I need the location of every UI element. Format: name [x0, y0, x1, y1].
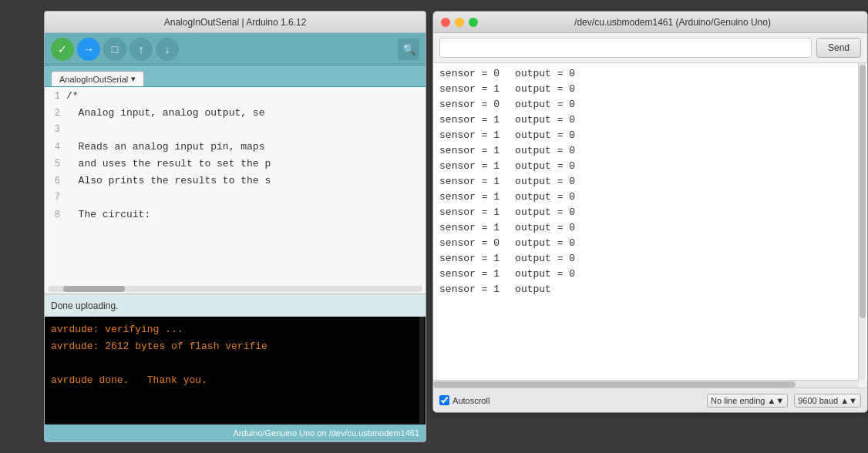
new-button[interactable]: □: [103, 38, 126, 61]
serial-titlebar: /dev/cu.usbmodem1461 (Arduino/Genuino Un…: [433, 12, 867, 33]
baud-rate-chevron-icon: ▲▼: [840, 396, 857, 405]
serial-row: sensor = 0output = 0: [439, 97, 861, 112]
traffic-lights: [441, 18, 478, 27]
serial-monitor-title: /dev/cu.usbmodem1461 (Arduino/Genuino Un…: [486, 17, 860, 28]
serial-row: sensor = 1output = 0: [439, 190, 861, 205]
console-line-3: [51, 355, 419, 372]
console-line-4: avrdude done. Thank you.: [51, 372, 419, 389]
ide-tab-bar: AnalogInOutSerial ▾: [45, 65, 426, 87]
verify-button[interactable]: ✓: [51, 38, 74, 61]
tab-dropdown-icon: ▾: [131, 74, 136, 84]
serial-row: sensor = 1output: [439, 282, 861, 297]
serial-input-field[interactable]: [439, 38, 812, 58]
serial-footer: Autoscroll No line ending ▲▼ 9600 baud ▲…: [433, 388, 867, 412]
serial-row: sensor = 1output = 0: [439, 174, 861, 190]
code-line-6: 6 Also prints the results to the s: [45, 175, 426, 192]
serial-row: sensor = 0output = 0: [439, 236, 861, 251]
ide-title: AnalogInOutSerial | Arduino 1.6.12: [164, 17, 307, 28]
ide-titlebar: AnalogInOutSerial | Arduino 1.6.12: [45, 12, 426, 33]
serial-input-row: Send: [433, 33, 867, 63]
serial-row: sensor = 1output = 0: [439, 267, 861, 282]
open-button[interactable]: ↑: [130, 38, 153, 61]
status-text: Done uploading.: [51, 300, 118, 311]
autoscroll-label: Autoscroll: [453, 396, 490, 405]
serial-output[interactable]: sensor = 0output = 0 sensor = 1output = …: [433, 63, 867, 380]
ide-tab-label: AnalogInOutSerial: [59, 75, 128, 84]
arduino-ide: AnalogInOutSerial | Arduino 1.6.12 ✓ → □…: [44, 11, 426, 442]
console-line-2: avrdude: 2612 bytes of flash verifie: [51, 338, 419, 355]
code-line-7: 7: [45, 192, 426, 209]
ide-bottom-bar: Arduino/Genuino Uno on /dev/cu.usbmodem1…: [45, 424, 426, 441]
baud-rate-select[interactable]: 9600 baud ▲▼: [794, 394, 861, 408]
board-port-info: Arduino/Genuino Uno on /dev/cu.usbmodem1…: [234, 428, 420, 438]
console-line-1: avrdude: verifying ...: [51, 321, 419, 338]
line-ending-label: No line ending: [711, 396, 765, 405]
code-horizontal-scrollbar[interactable]: [48, 286, 422, 292]
serial-row: sensor = 1output = 0: [439, 82, 861, 97]
ide-tab-active[interactable]: AnalogInOutSerial ▾: [51, 71, 144, 86]
save-button[interactable]: ↓: [156, 38, 179, 61]
serial-vertical-scrollbar[interactable]: [858, 63, 866, 380]
autoscroll-checkbox-group[interactable]: Autoscroll: [439, 395, 490, 405]
ide-console: avrdude: verifying ... avrdude: 2612 byt…: [45, 317, 426, 424]
ide-code-area[interactable]: 1 /* 2 Analog input, analog output, se 3…: [45, 87, 426, 294]
serial-row: sensor = 0output = 0: [439, 66, 861, 82]
code-line-2: 2 Analog input, analog output, se: [45, 107, 426, 124]
baud-rate-label: 9600 baud: [798, 396, 838, 405]
serial-hscroll-thumb: [433, 381, 796, 388]
serial-horizontal-scrollbar[interactable]: [433, 380, 858, 388]
code-scrollbar-thumb: [63, 286, 125, 292]
serial-scrollbar-thumb: [860, 65, 866, 318]
serial-row: sensor = 1output = 0: [439, 220, 861, 236]
code-line-1: 1 /*: [45, 90, 426, 107]
serial-monitor-button[interactable]: 🔍: [398, 39, 419, 60]
serial-row: sensor = 1output = 0: [439, 205, 861, 220]
code-line-8: 8 The circuit:: [45, 209, 426, 226]
line-ending-select[interactable]: No line ending ▲▼: [707, 394, 788, 408]
close-button[interactable]: [441, 18, 450, 27]
serial-row: sensor = 1output = 0: [439, 159, 861, 174]
line-ending-chevron-icon: ▲▼: [767, 396, 784, 405]
ide-toolbar: ✓ → □ ↑ ↓ 🔍: [45, 33, 426, 65]
console-vertical-scrollbar[interactable]: [419, 317, 424, 424]
code-line-5: 5 and uses the result to set the p: [45, 158, 426, 175]
serial-row: sensor = 1output = 0: [439, 251, 861, 267]
code-line-4: 4 Reads an analog input pin, maps: [45, 141, 426, 158]
serial-row: sensor = 1output = 0: [439, 143, 861, 159]
code-line-3: 3: [45, 124, 426, 141]
send-button[interactable]: Send: [816, 38, 861, 58]
serial-row: sensor = 1output = 0: [439, 112, 861, 128]
maximize-button[interactable]: [469, 18, 478, 27]
ide-status-bar: Done uploading.: [45, 294, 426, 317]
serial-row: sensor = 1output = 0: [439, 128, 861, 143]
serial-monitor: /dev/cu.usbmodem1461 (Arduino/Genuino Un…: [432, 11, 868, 413]
autoscroll-checkbox[interactable]: [439, 395, 449, 405]
minimize-button[interactable]: [455, 18, 464, 27]
upload-button[interactable]: →: [77, 38, 100, 61]
code-editor[interactable]: 1 /* 2 Analog input, analog output, se 3…: [45, 87, 426, 284]
